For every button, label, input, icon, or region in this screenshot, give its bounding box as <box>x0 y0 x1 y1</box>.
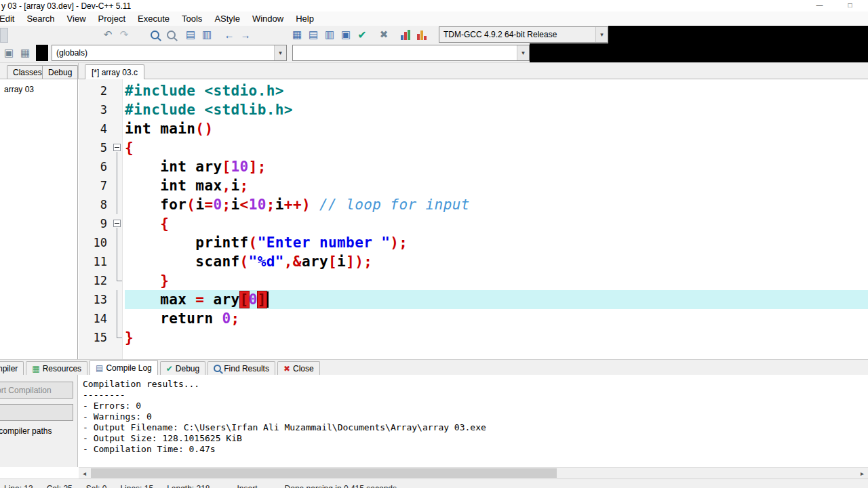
menu-execute[interactable]: Execute <box>132 12 176 26</box>
bottom-tab-debug[interactable]: ✔Debug <box>160 361 205 375</box>
chevron-down-icon[interactable]: ▾ <box>517 45 529 60</box>
debug-check-icon: ✔ <box>166 364 173 373</box>
resources-icon: ▦ <box>32 364 39 373</box>
window-layout-rows-icon[interactable]: ▤ <box>306 27 321 42</box>
fold-gutter <box>110 100 125 119</box>
window-layout-columns-icon[interactable]: ▥ <box>322 27 337 42</box>
members-select[interactable]: ▾ <box>292 45 530 61</box>
redo-icon[interactable]: ↷ <box>117 27 132 42</box>
scroll-left-icon[interactable]: ◂ <box>79 468 90 479</box>
line-number: 13 <box>79 290 110 309</box>
tab-label: Compile Log <box>106 363 151 373</box>
toolbar-icon-a[interactable]: ▣ <box>1 45 16 60</box>
title-bar[interactable]: y 03 - [array 03.dev] - Dev-C++ 5.11 — □ <box>0 0 868 12</box>
find-icon[interactable] <box>147 27 162 42</box>
compiler-profile-select[interactable]: TDM-GCC 4.9.2 64-bit Release ▾ <box>439 26 608 43</box>
editor-line-14[interactable]: 14 return 0; <box>79 309 868 328</box>
abort-compile-icon[interactable]: ✖ <box>376 27 391 42</box>
editor-line-6[interactable]: 6 int ary[10]; <box>79 157 868 176</box>
bottom-tab-resources[interactable]: ▦Resources <box>26 361 87 375</box>
menu-search[interactable]: Search <box>20 12 60 26</box>
code-token <box>125 310 160 327</box>
code-token: } <box>160 272 169 289</box>
toolbar-icon-b[interactable]: ▦ <box>18 45 33 60</box>
print-icon[interactable]: ▤ <box>183 27 198 42</box>
code-token: i <box>231 178 240 194</box>
project-tree-item[interactable]: array 03 <box>0 79 77 94</box>
line-number: 11 <box>79 252 110 271</box>
fold-toggle-icon[interactable] <box>110 214 125 233</box>
compile-log-icon: ▤ <box>96 363 103 373</box>
tab-debug[interactable]: Debug <box>42 65 78 79</box>
maximize-button[interactable]: □ <box>835 0 865 12</box>
code-text: } <box>125 271 868 290</box>
fold-gutter <box>110 81 125 100</box>
profile-chart-icon[interactable] <box>398 27 413 42</box>
syntax-check-icon[interactable]: ✔ <box>355 27 370 42</box>
abort-compilation-button[interactable]: Abort Compilation <box>0 382 73 399</box>
editor-line-4[interactable]: 4int main() <box>79 119 868 138</box>
code-text: scanf("%d",&ary[i]); <box>125 252 868 271</box>
code-editor[interactable]: 2#include <stdio.h>3#include <stdlib.h>4… <box>79 79 868 359</box>
fold-gutter <box>110 176 125 195</box>
editor-line-12[interactable]: 12 } <box>79 271 868 290</box>
horizontal-scrollbar[interactable]: ◂ ▸ <box>79 467 868 479</box>
editor-line-3[interactable]: 3#include <stdlib.h> <box>79 100 868 119</box>
code-token <box>125 197 160 213</box>
menu-astyle[interactable]: AStyle <box>208 12 246 26</box>
editor-line-9[interactable]: 9 { <box>79 214 868 233</box>
log-line: -------- <box>79 390 868 401</box>
print-options-icon[interactable]: ▥ <box>199 27 214 42</box>
fold-toggle-icon[interactable] <box>110 138 125 157</box>
bottom-tab-compile-log[interactable]: ▤Compile Log <box>90 360 158 375</box>
window-layout-single-icon[interactable]: ▣ <box>338 27 353 42</box>
editor-line-7[interactable]: 7 int max,i; <box>79 176 868 195</box>
editor-line-2[interactable]: 2#include <stdio.h> <box>79 81 868 100</box>
code-token: ( <box>186 197 195 213</box>
editor-line-13[interactable]: 13 max = ary[0] <box>79 290 868 309</box>
editor-rows: 2#include <stdio.h>3#include <stdlib.h>4… <box>79 81 868 347</box>
undo-icon[interactable]: ↶ <box>100 27 115 42</box>
code-token: ]); <box>346 253 372 270</box>
menu-project[interactable]: Project <box>92 12 132 26</box>
editor-line-8[interactable]: 8 for(i=0;i<10;i++) // loop for input <box>79 195 868 214</box>
profiling-log-icon[interactable] <box>414 27 429 42</box>
code-text: for(i=0;i<10;i++) // loop for input <box>125 195 868 214</box>
main-toolbar: ↶ ↷ ▤ ▥ ← → ▦ ▤ ▥ ▣ ✔ ✖ <box>0 26 868 44</box>
secondary-button[interactable] <box>0 404 73 421</box>
code-text: max = ary[0] <box>125 290 868 309</box>
shorten-compiler-paths-label[interactable]: Shorten compiler paths <box>0 426 52 436</box>
bottom-tab-find-results[interactable]: Find Results <box>208 361 275 375</box>
globals-select[interactable]: (globals) ▾ <box>52 45 287 61</box>
editor-line-5[interactable]: 5{ <box>79 138 868 157</box>
goto-back-icon[interactable]: ← <box>222 27 237 42</box>
editor-tab-array03c[interactable]: [*] array 03.c <box>85 64 144 79</box>
menu-tools[interactable]: Tools <box>176 12 208 26</box>
toolbar-clipped-icon[interactable] <box>0 28 8 43</box>
editor-line-11[interactable]: 11 scanf("%d",&ary[i]); <box>79 252 868 271</box>
code-token: , <box>222 178 231 194</box>
menu-view[interactable]: View <box>61 12 92 26</box>
editor-line-15[interactable]: 15} <box>79 328 868 347</box>
scroll-right-icon[interactable]: ▸ <box>856 468 868 479</box>
window-layout-grid-icon[interactable]: ▦ <box>290 27 304 42</box>
chevron-down-icon[interactable]: ▾ <box>274 45 286 60</box>
menu-window[interactable]: Window <box>246 12 290 26</box>
menu-help[interactable]: Help <box>290 12 320 26</box>
bottom-tab-close[interactable]: ✖Close <box>277 361 320 375</box>
code-token: main <box>151 121 195 137</box>
menu-edit[interactable]: Edit <box>0 12 20 26</box>
line-number: 15 <box>79 328 110 347</box>
code-token: = <box>195 291 204 308</box>
code-token: max <box>125 291 195 308</box>
minimize-button[interactable]: — <box>804 0 835 12</box>
black-region <box>530 43 868 62</box>
chevron-down-icon[interactable]: ▾ <box>595 27 608 42</box>
replace-icon[interactable] <box>163 27 178 42</box>
bottom-tab-compiler[interactable]: ▣Compiler <box>0 361 24 375</box>
globals-value: (globals) <box>52 48 274 58</box>
goto-forward-icon[interactable]: → <box>238 27 253 42</box>
editor-line-10[interactable]: 10 printf("Enter number "); <box>79 233 868 252</box>
scrollbar-thumb[interactable] <box>91 468 557 478</box>
black-region <box>608 26 868 43</box>
